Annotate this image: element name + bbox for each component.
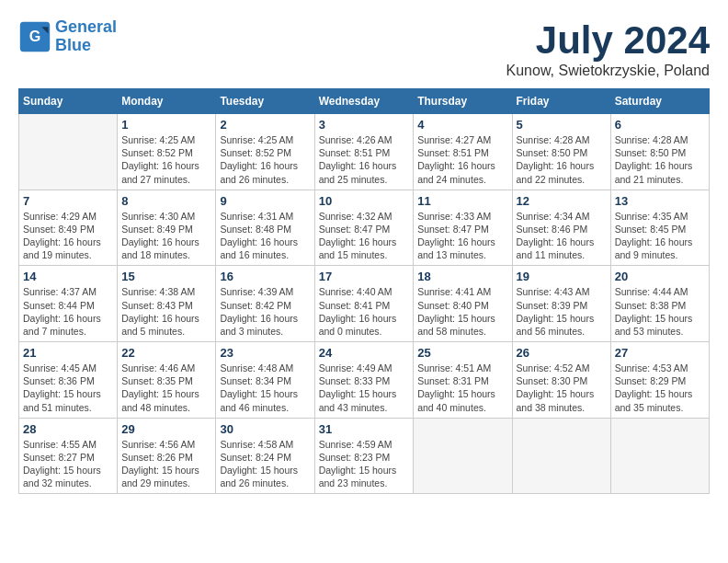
day-info: Sunrise: 4:39 AMSunset: 8:42 PMDaylight:… bbox=[220, 285, 310, 338]
calendar-cell: 31Sunrise: 4:59 AMSunset: 8:23 PMDayligh… bbox=[314, 418, 414, 494]
column-header-thursday: Thursday bbox=[414, 89, 512, 114]
column-header-sunday: Sunday bbox=[19, 89, 118, 114]
day-number: 6 bbox=[615, 118, 705, 132]
calendar-cell: 1Sunrise: 4:25 AMSunset: 8:52 PMDaylight… bbox=[118, 114, 216, 190]
day-info: Sunrise: 4:30 AMSunset: 8:49 PMDaylight:… bbox=[121, 210, 211, 262]
day-info: Sunrise: 4:49 AMSunset: 8:33 PMDaylight:… bbox=[319, 362, 410, 414]
column-header-friday: Friday bbox=[512, 89, 610, 114]
calendar-cell: 26Sunrise: 4:52 AMSunset: 8:30 PMDayligh… bbox=[512, 342, 610, 419]
calendar-cell bbox=[610, 418, 709, 494]
svg-text:G: G bbox=[29, 28, 41, 44]
column-header-saturday: Saturday bbox=[610, 89, 709, 114]
calendar-cell: 3Sunrise: 4:26 AMSunset: 8:51 PMDaylight… bbox=[314, 114, 414, 190]
day-info: Sunrise: 4:51 AMSunset: 8:31 PMDaylight:… bbox=[417, 362, 507, 414]
day-info: Sunrise: 4:53 AMSunset: 8:29 PMDaylight:… bbox=[615, 362, 705, 414]
title-block: July 2024 Kunow, Swietokrzyskie, Poland bbox=[506, 18, 710, 79]
calendar-week-row: 14Sunrise: 4:37 AMSunset: 8:44 PMDayligh… bbox=[19, 266, 710, 342]
day-number: 16 bbox=[220, 270, 310, 283]
calendar-cell: 25Sunrise: 4:51 AMSunset: 8:31 PMDayligh… bbox=[414, 342, 512, 419]
calendar-cell: 24Sunrise: 4:49 AMSunset: 8:33 PMDayligh… bbox=[314, 342, 414, 419]
day-number: 25 bbox=[417, 346, 507, 360]
day-info: Sunrise: 4:27 AMSunset: 8:51 PMDaylight:… bbox=[417, 133, 507, 186]
calendar-cell: 11Sunrise: 4:33 AMSunset: 8:47 PMDayligh… bbox=[414, 190, 512, 266]
day-number: 5 bbox=[517, 118, 607, 132]
calendar-cell: 4Sunrise: 4:27 AMSunset: 8:51 PMDaylight… bbox=[414, 114, 512, 190]
day-number: 21 bbox=[23, 346, 113, 360]
calendar-cell: 20Sunrise: 4:44 AMSunset: 8:38 PMDayligh… bbox=[610, 266, 709, 342]
day-info: Sunrise: 4:28 AMSunset: 8:50 PMDaylight:… bbox=[615, 133, 705, 186]
day-number: 27 bbox=[615, 346, 705, 360]
day-number: 3 bbox=[319, 118, 410, 132]
day-info: Sunrise: 4:32 AMSunset: 8:47 PMDaylight:… bbox=[319, 210, 410, 262]
header: G General Blue July 2024 Kunow, Swietokr… bbox=[18, 18, 710, 79]
calendar-cell bbox=[19, 114, 118, 190]
day-info: Sunrise: 4:38 AMSunset: 8:43 PMDaylight:… bbox=[121, 285, 211, 338]
day-info: Sunrise: 4:45 AMSunset: 8:36 PMDaylight:… bbox=[23, 362, 113, 414]
day-info: Sunrise: 4:37 AMSunset: 8:44 PMDaylight:… bbox=[23, 285, 113, 338]
day-info: Sunrise: 4:44 AMSunset: 8:38 PMDaylight:… bbox=[615, 285, 705, 338]
day-number: 30 bbox=[220, 422, 310, 436]
calendar-cell: 22Sunrise: 4:46 AMSunset: 8:35 PMDayligh… bbox=[118, 342, 216, 419]
day-number: 7 bbox=[23, 194, 113, 208]
day-number: 11 bbox=[417, 194, 507, 208]
day-number: 8 bbox=[121, 194, 211, 208]
day-number: 18 bbox=[417, 270, 507, 283]
day-number: 4 bbox=[417, 118, 507, 132]
day-info: Sunrise: 4:41 AMSunset: 8:40 PMDaylight:… bbox=[417, 285, 507, 338]
day-number: 24 bbox=[319, 346, 410, 360]
calendar-week-row: 28Sunrise: 4:55 AMSunset: 8:27 PMDayligh… bbox=[19, 418, 710, 494]
calendar-cell bbox=[512, 418, 610, 494]
location-title: Kunow, Swietokrzyskie, Poland bbox=[506, 63, 710, 79]
calendar-cell: 10Sunrise: 4:32 AMSunset: 8:47 PMDayligh… bbox=[314, 190, 414, 266]
calendar-cell: 12Sunrise: 4:34 AMSunset: 8:46 PMDayligh… bbox=[512, 190, 610, 266]
column-header-wednesday: Wednesday bbox=[314, 89, 414, 114]
day-info: Sunrise: 4:46 AMSunset: 8:35 PMDaylight:… bbox=[121, 362, 211, 414]
day-info: Sunrise: 4:31 AMSunset: 8:48 PMDaylight:… bbox=[220, 210, 310, 262]
calendar-cell: 2Sunrise: 4:25 AMSunset: 8:52 PMDaylight… bbox=[216, 114, 314, 190]
calendar-cell: 6Sunrise: 4:28 AMSunset: 8:50 PMDaylight… bbox=[610, 114, 709, 190]
day-info: Sunrise: 4:25 AMSunset: 8:52 PMDaylight:… bbox=[121, 133, 211, 186]
calendar-cell: 7Sunrise: 4:29 AMSunset: 8:49 PMDaylight… bbox=[19, 190, 118, 266]
calendar-cell bbox=[414, 418, 512, 494]
logo-text: General Blue bbox=[55, 18, 117, 55]
day-number: 10 bbox=[319, 194, 410, 208]
day-info: Sunrise: 4:56 AMSunset: 8:26 PMDaylight:… bbox=[121, 438, 211, 490]
calendar-cell: 8Sunrise: 4:30 AMSunset: 8:49 PMDaylight… bbox=[118, 190, 216, 266]
calendar-cell: 16Sunrise: 4:39 AMSunset: 8:42 PMDayligh… bbox=[216, 266, 314, 342]
day-number: 23 bbox=[220, 346, 310, 360]
day-info: Sunrise: 4:40 AMSunset: 8:41 PMDaylight:… bbox=[319, 285, 410, 338]
day-info: Sunrise: 4:34 AMSunset: 8:46 PMDaylight:… bbox=[517, 210, 607, 262]
calendar-table: SundayMondayTuesdayWednesdayThursdayFrid… bbox=[18, 88, 710, 494]
day-number: 9 bbox=[220, 194, 310, 208]
day-info: Sunrise: 4:26 AMSunset: 8:51 PMDaylight:… bbox=[319, 133, 410, 186]
calendar-header-row: SundayMondayTuesdayWednesdayThursdayFrid… bbox=[19, 89, 710, 114]
calendar-cell: 18Sunrise: 4:41 AMSunset: 8:40 PMDayligh… bbox=[414, 266, 512, 342]
day-number: 2 bbox=[220, 118, 310, 132]
month-title: July 2024 bbox=[506, 18, 710, 63]
day-number: 22 bbox=[121, 346, 211, 360]
calendar-cell: 27Sunrise: 4:53 AMSunset: 8:29 PMDayligh… bbox=[610, 342, 709, 419]
calendar-cell: 13Sunrise: 4:35 AMSunset: 8:45 PMDayligh… bbox=[610, 190, 709, 266]
calendar-week-row: 1Sunrise: 4:25 AMSunset: 8:52 PMDaylight… bbox=[19, 114, 710, 190]
day-info: Sunrise: 4:29 AMSunset: 8:49 PMDaylight:… bbox=[23, 210, 113, 262]
calendar-cell: 28Sunrise: 4:55 AMSunset: 8:27 PMDayligh… bbox=[19, 418, 118, 494]
logo-icon: G bbox=[18, 20, 51, 53]
calendar-cell: 29Sunrise: 4:56 AMSunset: 8:26 PMDayligh… bbox=[118, 418, 216, 494]
calendar-week-row: 21Sunrise: 4:45 AMSunset: 8:36 PMDayligh… bbox=[19, 342, 710, 419]
day-info: Sunrise: 4:35 AMSunset: 8:45 PMDaylight:… bbox=[615, 210, 705, 262]
logo-line1: General bbox=[55, 17, 117, 36]
calendar-cell: 14Sunrise: 4:37 AMSunset: 8:44 PMDayligh… bbox=[19, 266, 118, 342]
column-header-tuesday: Tuesday bbox=[216, 89, 314, 114]
calendar-cell: 21Sunrise: 4:45 AMSunset: 8:36 PMDayligh… bbox=[19, 342, 118, 419]
day-number: 15 bbox=[121, 270, 211, 283]
day-info: Sunrise: 4:28 AMSunset: 8:50 PMDaylight:… bbox=[517, 133, 607, 186]
calendar-cell: 5Sunrise: 4:28 AMSunset: 8:50 PMDaylight… bbox=[512, 114, 610, 190]
day-number: 26 bbox=[517, 346, 607, 360]
day-info: Sunrise: 4:48 AMSunset: 8:34 PMDaylight:… bbox=[220, 362, 310, 414]
day-info: Sunrise: 4:52 AMSunset: 8:30 PMDaylight:… bbox=[517, 362, 607, 414]
calendar-cell: 30Sunrise: 4:58 AMSunset: 8:24 PMDayligh… bbox=[216, 418, 314, 494]
calendar-cell: 9Sunrise: 4:31 AMSunset: 8:48 PMDaylight… bbox=[216, 190, 314, 266]
day-info: Sunrise: 4:58 AMSunset: 8:24 PMDaylight:… bbox=[220, 438, 310, 490]
calendar-cell: 23Sunrise: 4:48 AMSunset: 8:34 PMDayligh… bbox=[216, 342, 314, 419]
calendar-cell: 19Sunrise: 4:43 AMSunset: 8:39 PMDayligh… bbox=[512, 266, 610, 342]
